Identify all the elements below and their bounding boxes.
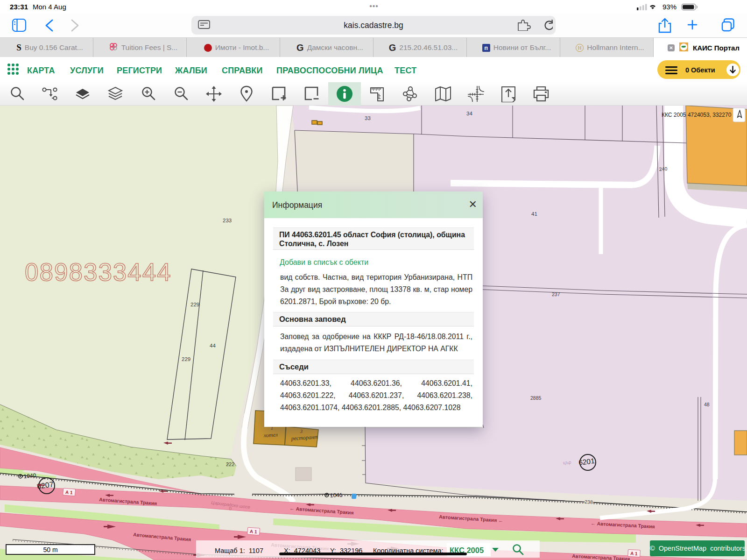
svg-text:229: 229 <box>182 356 190 362</box>
svg-text:41: 41 <box>531 211 537 217</box>
svg-text:34: 34 <box>466 111 472 116</box>
svg-text:222: 222 <box>226 461 234 467</box>
svg-text:3: 3 <box>300 429 303 434</box>
svg-text:А 1: А 1 <box>65 489 73 495</box>
svg-text:238: 238 <box>585 499 593 505</box>
svg-text:А 1: А 1 <box>250 529 258 534</box>
svg-text:1041: 1041 <box>330 492 343 499</box>
svg-text:хотел: хотел <box>263 431 278 439</box>
svg-text:2885: 2885 <box>530 395 542 401</box>
svg-text:44: 44 <box>210 343 216 348</box>
svg-text:цър: цър <box>563 460 572 465</box>
svg-text:48: 48 <box>704 402 710 407</box>
svg-text:33: 33 <box>365 115 371 121</box>
svg-text:1040: 1040 <box>23 472 36 480</box>
svg-text:240: 240 <box>659 166 667 172</box>
svg-text:233: 233 <box>223 218 232 223</box>
svg-text:229: 229 <box>190 302 199 307</box>
svg-text:237: 237 <box>552 291 560 297</box>
svg-text:ККС 2005 4724053, 332270: ККС 2005 4724053, 332270 <box>662 112 732 118</box>
svg-text:0898333444: 0898333444 <box>25 258 172 286</box>
svg-text:А 1: А 1 <box>630 551 638 556</box>
